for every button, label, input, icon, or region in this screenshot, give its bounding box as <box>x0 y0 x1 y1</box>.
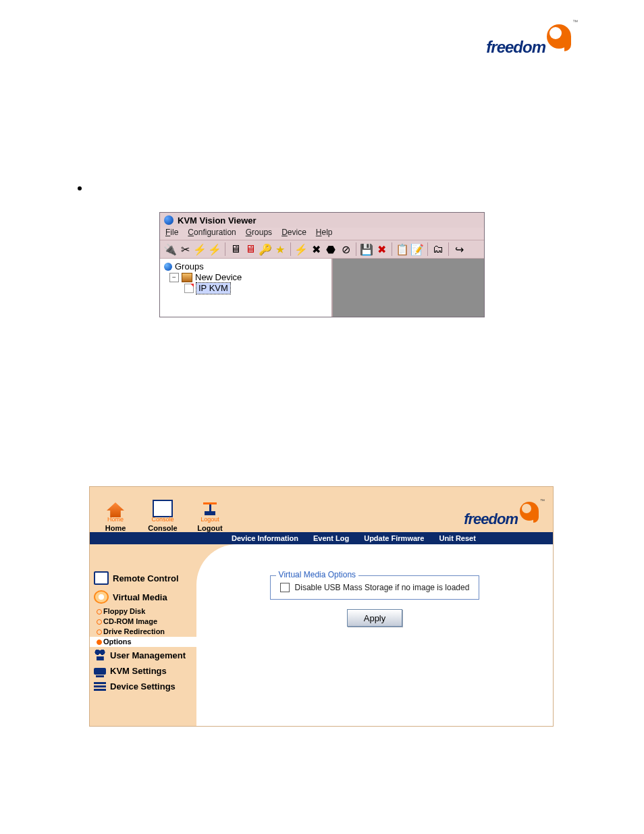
bolt-a-icon[interactable]: ⚡ <box>194 243 206 255</box>
console-icon <box>153 500 173 517</box>
menu-help[interactable]: Help <box>316 228 333 240</box>
page-icon <box>184 284 194 293</box>
nav-event-log[interactable]: Event Log <box>313 534 349 542</box>
menu-file[interactable]: File <box>165 228 178 240</box>
key-icon[interactable]: 🔑 <box>259 243 271 255</box>
sidebar-item-kvm-settings[interactable]: KVM Settings <box>90 663 196 679</box>
sidebar-sub-drive[interactable]: Drive Redirection <box>90 627 196 637</box>
toolbar-separator <box>290 242 291 256</box>
toolbar: 🔌 ✂ ⚡ ⚡ 🖥 🖥 🔑 ★ ⚡ ✖ ⬣ ⊘ 💾 ✖ 📋 📝 🗂 ↪ <box>160 240 484 259</box>
apply-button[interactable]: Apply <box>347 609 402 627</box>
header: Home Home Console Console Logout Logout <box>90 487 553 532</box>
kvm-viewer-window: KVM Vision Viewer File Configuration Gro… <box>159 212 485 317</box>
sidebar-sub-floppy[interactable]: Floppy Disk <box>90 606 196 617</box>
logout-icon <box>201 502 219 517</box>
sidebar-sub-cdrom[interactable]: CD-ROM Image <box>90 617 196 627</box>
sidebar-item-user-management[interactable]: User Management <box>90 647 196 663</box>
home-button[interactable]: Home Home <box>99 502 132 532</box>
sidebar-item-remote-control[interactable]: Remote Control <box>90 569 196 588</box>
brand-nine-icon: ™ <box>518 500 543 525</box>
users-icon <box>94 650 106 660</box>
nav-unit-reset[interactable]: Unit Reset <box>439 534 475 542</box>
disk-icon[interactable]: 💾 <box>360 243 373 255</box>
monitor-red-icon[interactable]: 🖥 <box>244 243 257 255</box>
toolbar-separator <box>356 242 356 256</box>
connect-icon[interactable]: 🔌 <box>164 243 176 255</box>
sidebar-item-virtual-media[interactable]: Virtual Media <box>90 588 196 606</box>
flash-icon[interactable]: ⚡ <box>295 243 307 255</box>
brand-nine-icon: ™ <box>544 22 576 54</box>
tree-pane: Groups − New Device IP KVM <box>160 259 333 317</box>
app-icon <box>164 215 173 225</box>
exit-icon[interactable]: ↪ <box>453 243 465 255</box>
toolbar-separator <box>225 242 225 256</box>
ring-icon <box>97 640 102 645</box>
tree-root[interactable]: Groups <box>164 261 327 272</box>
tree-leaf-ip-kvm[interactable]: IP KVM <box>184 283 327 294</box>
props-icon[interactable]: 📋 <box>396 243 408 255</box>
toolbar-separator <box>448 242 449 256</box>
tree-icon[interactable]: 🗂 <box>432 243 444 255</box>
console-button[interactable]: Console Console <box>146 500 179 532</box>
top-nav: Device Information Event Log Update Firm… <box>90 532 553 544</box>
disable-usb-checkbox[interactable] <box>280 583 290 592</box>
window-title: KVM Vision Viewer <box>178 215 257 226</box>
bullet-icon <box>78 186 82 190</box>
ring-icon <box>97 619 102 625</box>
sidebar: Remote Control Virtual Media Floppy Disk… <box>90 544 196 726</box>
brand-word: freedom <box>486 38 545 57</box>
bolt-b-icon[interactable]: ⚡ <box>209 243 221 255</box>
tree-node-new-device[interactable]: − New Device <box>169 272 327 283</box>
sidebar-sub-options[interactable]: Options <box>90 637 196 647</box>
toolbar-separator <box>427 242 428 256</box>
monitor-icon <box>94 571 109 585</box>
ring-icon <box>97 609 102 615</box>
menu-device[interactable]: Device <box>281 228 306 240</box>
disconnect-icon[interactable]: ✂ <box>179 243 191 255</box>
nav-update-firmware[interactable]: Update Firmware <box>364 534 424 542</box>
brand-logo: freedom ™ <box>486 22 576 57</box>
shield-icon[interactable]: ⬣ <box>325 243 337 255</box>
monitor-icon[interactable]: 🖥 <box>230 243 242 255</box>
content-pane <box>333 259 484 317</box>
collapse-icon[interactable]: − <box>169 273 179 282</box>
cd-icon <box>94 590 109 604</box>
cancel-icon[interactable]: ⊘ <box>340 243 352 255</box>
disk-x-icon[interactable]: ✖ <box>375 243 387 255</box>
device-icon <box>182 273 192 282</box>
sidebar-item-device-settings[interactable]: Device Settings <box>90 679 196 694</box>
sliders-icon <box>94 682 106 692</box>
window-titlebar: KVM Vision Viewer <box>160 213 484 228</box>
props2-icon[interactable]: 📝 <box>411 243 423 255</box>
logout-button[interactable]: Logout Logout <box>194 502 226 532</box>
menubar: File Configuration Groups Device Help <box>160 228 484 240</box>
freedom9-webui: Home Home Console Console Logout Logout <box>89 486 554 727</box>
home-icon <box>107 502 124 517</box>
kvm-icon <box>94 668 106 675</box>
star-icon[interactable]: ★ <box>274 243 286 255</box>
main-panel: Virtual Media Options Disable USB Mass S… <box>196 544 553 726</box>
virtual-media-options-group: Virtual Media Options Disable USB Mass S… <box>270 575 480 600</box>
header-brand-logo: freedom ™ <box>464 500 543 528</box>
fieldset-legend: Virtual Media Options <box>276 570 359 579</box>
menu-groups[interactable]: Groups <box>246 228 272 240</box>
menu-configuration[interactable]: Configuration <box>188 228 236 240</box>
toolbar-separator <box>392 242 392 256</box>
globe-icon <box>164 263 172 271</box>
ring-icon <box>97 629 102 635</box>
disable-usb-label: Disable USB Mass Storage if no image is … <box>295 583 470 592</box>
x-icon[interactable]: ✖ <box>310 243 322 255</box>
nav-device-information[interactable]: Device Information <box>232 534 298 542</box>
